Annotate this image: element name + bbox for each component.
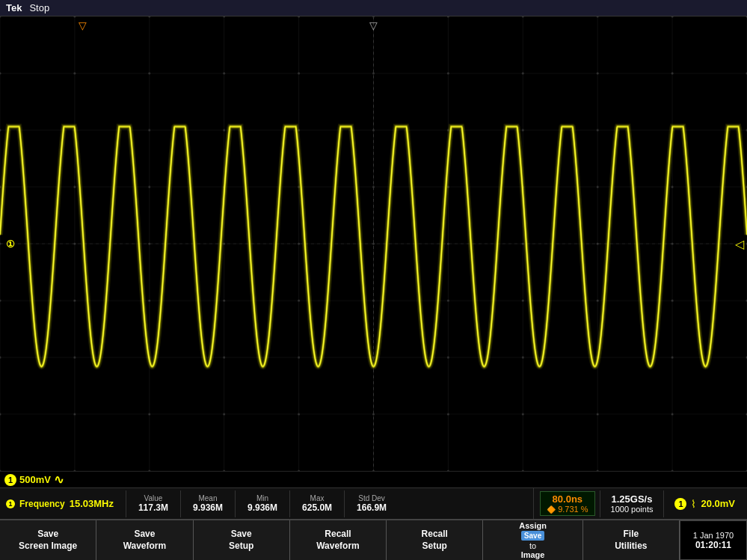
stddev-col: Std Dev 166.9M (357, 494, 387, 513)
sample-points: 1000 points (611, 505, 654, 514)
save-setup-line2: Setup (229, 541, 253, 553)
measurements-main: 1 Frequency 15.03MHz Value 117.3M Mean 9… (0, 488, 533, 519)
measurements-bar: 1 Frequency 15.03MHz Value 117.3M Mean 9… (0, 487, 747, 519)
separator3 (235, 490, 236, 517)
timebase-box: 80.0ns 🔶 9.731 % (540, 491, 594, 516)
tek-logo: Tek (6, 2, 22, 13)
waveform-canvas (0, 16, 747, 471)
separator1 (126, 490, 126, 517)
clock-display: 1 Jan 1970 01:20:11 (680, 520, 747, 560)
save-setup-button[interactable]: Save Setup (194, 520, 290, 560)
separator5 (344, 490, 345, 517)
ch1-num: 1 (674, 498, 686, 510)
assign-to-text: to (529, 541, 536, 550)
sep (600, 490, 600, 517)
max-col: Max 625.0M (302, 494, 332, 513)
min-col: Min 9.936M (248, 494, 277, 513)
ch1-left-marker: ① (6, 239, 15, 250)
sample-rate-box: 1.25GS/s 1000 points (605, 492, 660, 515)
assign-save-badge: Save (521, 531, 544, 541)
file-utilities-button[interactable]: File Utilities (583, 520, 680, 560)
ch1-voltage: 500mV (19, 474, 51, 485)
mean-col: Mean 9.936M (193, 494, 223, 513)
save-setup-line1: Save (231, 529, 252, 541)
volt-div-value: 20.0mV (701, 498, 735, 509)
recall-waveform-line1: Recall (325, 529, 351, 541)
file-utilities-line2: Utilities (615, 541, 647, 553)
recall-setup-line1: Recall (422, 529, 448, 541)
ch1-dot: 1 (6, 499, 15, 508)
value-col: Value 117.3M (138, 494, 168, 513)
timebase-value: 80.0ns (553, 493, 582, 505)
trigger-right-marker: ◁ (735, 237, 744, 251)
assign-top-text: Assign (519, 521, 547, 530)
recall-waveform-line2: Waveform (316, 541, 360, 553)
save-waveform-line2: Waveform (123, 541, 167, 553)
clock-date: 1 Jan 1970 (693, 531, 734, 540)
save-screen-btn-line1: Save (37, 529, 58, 541)
ch1-volt-div: 1 ⌇ 20.0mV (668, 496, 741, 511)
waveform-display: ▽ ▽ ① ◁ (0, 16, 747, 471)
top-bar: Tek Stop (0, 0, 747, 16)
status-label: Stop (29, 2, 49, 13)
assign-image-text: Image (521, 550, 545, 559)
freq-label: Frequency (19, 499, 65, 509)
mean-header: Mean (198, 494, 217, 502)
stddev-header: Std Dev (358, 494, 385, 502)
stddev-data: 166.9M (357, 502, 387, 513)
sine-symbol: ∿ (54, 473, 64, 487)
value-data: 117.3M (138, 502, 168, 513)
recall-setup-line2: Setup (422, 541, 447, 553)
min-header: Min (256, 494, 268, 502)
recall-waveform-button[interactable]: Recall Waveform (290, 520, 387, 560)
file-utilities-line1: File (623, 529, 639, 541)
max-data: 625.0M (302, 502, 332, 513)
ch1-number: 1 (4, 474, 16, 486)
freq-measurement: 1 Frequency 15.03MHz (6, 498, 114, 509)
sample-rate: 1.25GS/s (612, 493, 653, 505)
ch1-badge-group: 1 500mV ∿ (4, 473, 64, 487)
recall-setup-button[interactable]: Recall Setup (387, 520, 483, 560)
ch1-trigger-marker: ▽ (79, 19, 87, 31)
separator4 (289, 490, 290, 517)
min-data: 9.936M (248, 502, 277, 513)
function-button-bar: Save Screen Image Save Waveform Save Set… (0, 519, 747, 560)
clock-time: 01:20:11 (695, 540, 731, 550)
trig-percent: 🔶 9.731 % (547, 505, 588, 514)
freq-value: 15.03MHz (70, 498, 114, 509)
assign-button[interactable]: Assign Save to Image (483, 520, 582, 560)
trigger-pos-top: ▽ (369, 19, 378, 31)
separator2 (180, 490, 181, 517)
sep2 (663, 490, 664, 517)
edge-icon: ⌇ (691, 498, 696, 510)
max-header: Max (310, 494, 325, 502)
save-screen-image-button[interactable]: Save Screen Image (0, 520, 96, 560)
mean-data: 9.936M (193, 502, 223, 513)
right-settings-panel: 80.0ns 🔶 9.731 % 1.25GS/s 1000 points 1 … (533, 488, 747, 519)
channel-info-bar: 1 500mV ∿ (0, 471, 747, 487)
value-header: Value (144, 494, 163, 502)
save-waveform-line1: Save (134, 529, 155, 541)
save-screen-btn-line2: Screen Image (19, 541, 77, 553)
save-waveform-button[interactable]: Save Waveform (96, 520, 193, 560)
